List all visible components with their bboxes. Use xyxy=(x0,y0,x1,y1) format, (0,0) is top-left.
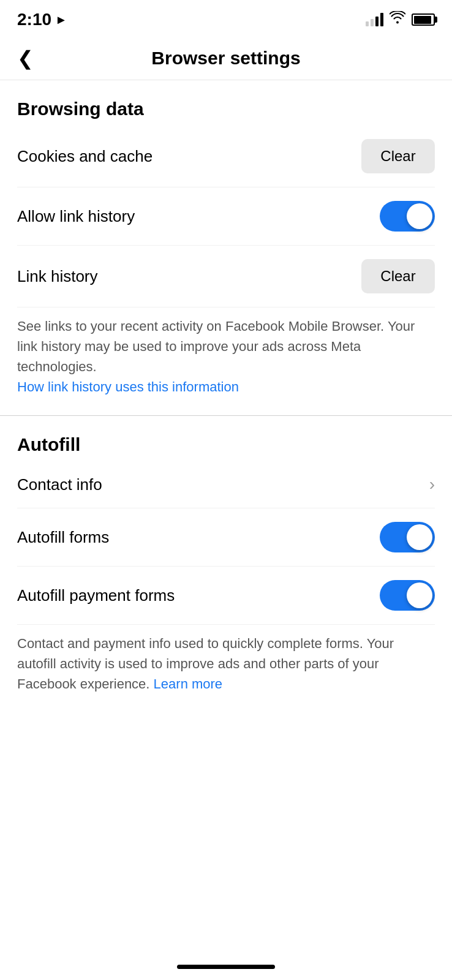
home-indicator xyxy=(177,965,275,969)
contact-info-row[interactable]: Contact info › xyxy=(17,461,435,508)
cookies-cache-label: Cookies and cache xyxy=(17,147,153,166)
browsing-data-info: See links to your recent activity on Fac… xyxy=(17,307,435,409)
status-icons xyxy=(366,11,435,28)
link-history-info-link[interactable]: How link history uses this information xyxy=(17,379,239,394)
autofill-forms-toggle[interactable] xyxy=(380,522,435,552)
autofill-forms-label: Autofill forms xyxy=(17,528,109,547)
page-title: Browser settings xyxy=(151,48,300,69)
contact-info-label: Contact info xyxy=(17,475,102,494)
autofill-payment-label: Autofill payment forms xyxy=(17,586,175,605)
status-bar: 2:10 ► xyxy=(0,0,452,37)
allow-link-history-row: Allow link history xyxy=(17,187,435,246)
autofill-payment-toggle[interactable] xyxy=(380,580,435,611)
autofill-forms-row: Autofill forms xyxy=(17,508,435,567)
autofill-learn-more-link[interactable]: Learn more xyxy=(154,676,223,692)
link-history-label: Link history xyxy=(17,267,98,286)
status-time: 2:10 ► xyxy=(17,10,67,29)
browsing-data-title: Browsing data xyxy=(17,99,435,119)
nav-header: ❮ Browser settings xyxy=(0,37,452,80)
link-history-row: Link history Clear xyxy=(17,246,435,307)
autofill-title: Autofill xyxy=(17,434,435,455)
clear-cookies-button[interactable]: Clear xyxy=(361,139,435,173)
clear-link-history-button[interactable]: Clear xyxy=(361,259,435,293)
wifi-icon xyxy=(390,11,405,28)
contact-info-chevron: › xyxy=(429,475,435,494)
allow-link-history-toggle[interactable] xyxy=(380,201,435,232)
autofill-info: Contact and payment info used to quickly… xyxy=(17,625,435,706)
cookies-cache-row: Cookies and cache Clear xyxy=(17,126,435,187)
back-button[interactable]: ❮ xyxy=(17,47,34,70)
autofill-payment-row: Autofill payment forms xyxy=(17,567,435,625)
battery-icon xyxy=(412,13,435,26)
location-icon: ► xyxy=(55,13,67,27)
autofill-section: Autofill Contact info › Autofill forms A… xyxy=(0,416,452,712)
allow-link-history-label: Allow link history xyxy=(17,207,135,226)
browsing-data-section: Browsing data Cookies and cache Clear Al… xyxy=(0,80,452,415)
signal-icon xyxy=(366,13,383,26)
time-label: 2:10 xyxy=(17,10,51,29)
browsing-data-info-text: See links to your recent activity on Fac… xyxy=(17,318,415,374)
